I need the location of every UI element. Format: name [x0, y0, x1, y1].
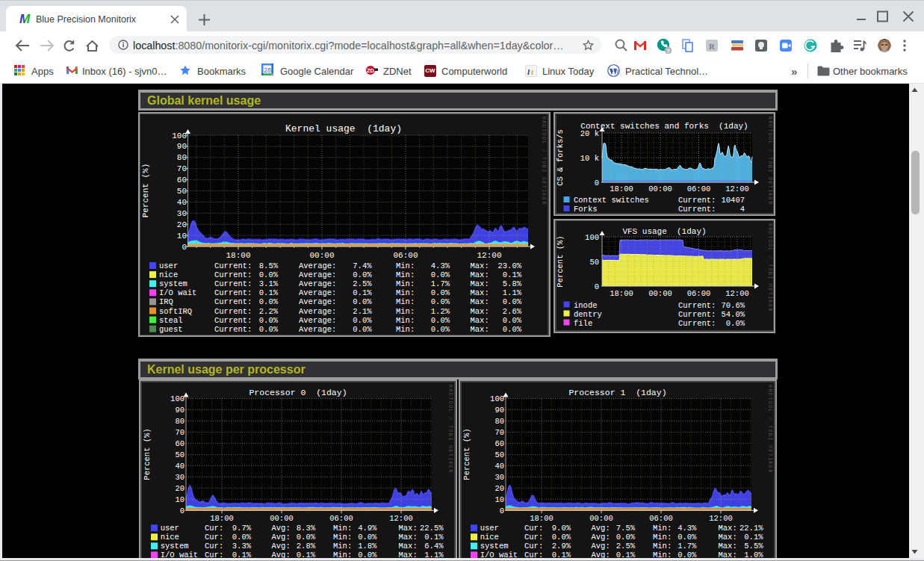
svg-text:0.0%: 0.0%	[503, 316, 522, 325]
svg-text:steal: steal	[159, 316, 183, 325]
svg-text:Max:: Max:	[471, 316, 489, 325]
svg-text:0.0%: 0.0%	[358, 533, 377, 542]
svg-text:12:00: 12:00	[725, 185, 749, 193]
svg-text:5.8%: 5.8%	[503, 279, 522, 288]
svg-text:Processor 1 (1day): Processor 1 (1day)	[568, 388, 666, 397]
svg-text:0.0%: 0.0%	[353, 270, 372, 279]
svg-text:R: R	[709, 42, 716, 51]
svg-text:Current:: Current:	[214, 279, 252, 288]
svg-text:2.9%: 2.9%	[552, 542, 571, 551]
svg-text:Current:: Current:	[214, 270, 252, 279]
svg-text:06:00: 06:00	[329, 514, 353, 523]
svg-text:0.0%: 0.0%	[259, 270, 279, 279]
svg-text:2.1%: 2.1%	[353, 307, 372, 316]
svg-text:Forks: Forks	[574, 205, 598, 213]
svg-text:Average:: Average:	[299, 316, 336, 325]
svg-text:RRDTOOL / TOBI OETIKER: RRDTOOL / TOBI OETIKER	[541, 117, 547, 205]
svg-text:4: 4	[740, 205, 745, 213]
svg-text:Processor 0 (1day): Processor 0 (1day)	[249, 388, 347, 397]
svg-text:IRQ: IRQ	[159, 297, 173, 306]
svg-text:Cur:: Cur:	[205, 533, 223, 542]
svg-text:user: user	[159, 261, 178, 270]
svg-text:Max:: Max:	[719, 524, 737, 533]
svg-text:0.1%: 0.1%	[503, 270, 522, 279]
svg-text:3.1%: 3.1%	[259, 279, 279, 288]
svg-text:10: 10	[494, 495, 504, 504]
svg-text:30: 30	[494, 473, 504, 482]
svg-text:18:00: 18:00	[226, 251, 250, 260]
svg-text:50: 50	[589, 258, 599, 267]
svg-text:Average:: Average:	[299, 297, 336, 306]
svg-text:Cur:: Cur:	[524, 542, 543, 551]
svg-text:1.7%: 1.7%	[678, 542, 697, 551]
svg-text:user: user	[480, 524, 499, 533]
svg-text:0.0%: 0.0%	[431, 288, 450, 297]
svg-text:00:00: 00:00	[589, 514, 613, 523]
svg-text:Percent (%): Percent (%)	[462, 428, 471, 480]
svg-text:Current:: Current:	[678, 196, 716, 205]
svg-text:00:00: 00:00	[648, 289, 672, 298]
svg-text:0.0%: 0.0%	[503, 325, 522, 334]
svg-text:Min:: Min:	[333, 542, 352, 551]
svg-text:0.0%: 0.0%	[259, 325, 279, 334]
svg-text:22.5%: 22.5%	[420, 524, 444, 533]
svg-text:1.1%: 1.1%	[503, 288, 522, 297]
svg-text:Current:: Current:	[214, 261, 252, 270]
svg-text:Context switches and forks (1: Context switches and forks (1day)	[580, 122, 748, 131]
svg-text:file: file	[574, 319, 592, 328]
svg-text:CS & forks/s: CS & forks/s	[556, 129, 565, 186]
svg-text:30: 30	[177, 209, 187, 218]
svg-text:9.0%: 9.0%	[552, 524, 571, 533]
svg-text:Current:: Current:	[214, 297, 252, 306]
svg-text:Average:: Average:	[299, 325, 336, 334]
svg-text:0.0%: 0.0%	[726, 319, 745, 328]
svg-text:0.0%: 0.0%	[431, 316, 450, 325]
svg-text:10: 10	[177, 232, 187, 241]
svg-text:12:00: 12:00	[725, 289, 749, 298]
svg-text:nice: nice	[480, 533, 499, 542]
svg-text:Min:: Min:	[396, 279, 415, 288]
svg-text:0.1%: 0.1%	[259, 288, 279, 297]
svg-text:Cur:: Cur:	[205, 542, 223, 551]
svg-text:Cur:: Cur:	[524, 524, 543, 533]
svg-text:0: 0	[595, 282, 599, 291]
svg-text:60: 60	[175, 439, 185, 448]
svg-text:100: 100	[170, 394, 185, 403]
svg-text:60: 60	[177, 176, 187, 185]
svg-text:Max:: Max:	[471, 270, 489, 279]
svg-text:20: 20	[175, 484, 185, 493]
svg-text:50: 50	[177, 187, 187, 196]
svg-text:system: system	[159, 279, 187, 288]
svg-text:0: 0	[500, 506, 504, 515]
svg-text:RRDTOOL / TOBI OETIKER: RRDTOOL / TOBI OETIKER	[767, 117, 773, 205]
svg-text:nice: nice	[159, 270, 178, 279]
svg-text:softIRQ: softIRQ	[159, 307, 192, 316]
svg-text:28: 28	[264, 66, 271, 74]
svg-text:user: user	[161, 524, 179, 533]
svg-text:Min:: Min:	[653, 524, 672, 533]
svg-text:Cur:: Cur:	[205, 524, 223, 533]
svg-text:4.3%: 4.3%	[678, 524, 697, 533]
svg-text:18:00: 18:00	[530, 514, 554, 523]
svg-text:10407: 10407	[721, 196, 745, 205]
svg-text:Max:: Max:	[471, 307, 489, 316]
svg-text:0: 0	[180, 506, 185, 515]
svg-text:Avg:: Avg:	[592, 542, 610, 551]
svg-text:0.0%: 0.0%	[259, 316, 279, 325]
svg-text:Avg:: Avg:	[592, 524, 610, 533]
svg-text:Average:: Average:	[299, 279, 336, 288]
svg-text:Max:: Max:	[399, 533, 418, 542]
svg-text:inode: inode	[574, 301, 598, 310]
svg-text:Percent (%): Percent (%)	[556, 235, 565, 287]
svg-text:60: 60	[494, 439, 504, 448]
svg-text:Percent (%): Percent (%)	[141, 164, 150, 218]
svg-text:Max:: Max:	[399, 524, 418, 533]
svg-text:0.0%: 0.0%	[431, 270, 450, 279]
svg-text:23.0%: 23.0%	[497, 261, 521, 270]
svg-text:18:00: 18:00	[610, 185, 633, 193]
svg-text:Kernel usage (1day): Kernel usage (1day)	[285, 123, 402, 134]
svg-text:20 k: 20 k	[580, 129, 599, 138]
svg-text:80: 80	[177, 153, 187, 162]
svg-text:20: 20	[494, 484, 504, 493]
svg-text:2.5%: 2.5%	[353, 279, 372, 288]
